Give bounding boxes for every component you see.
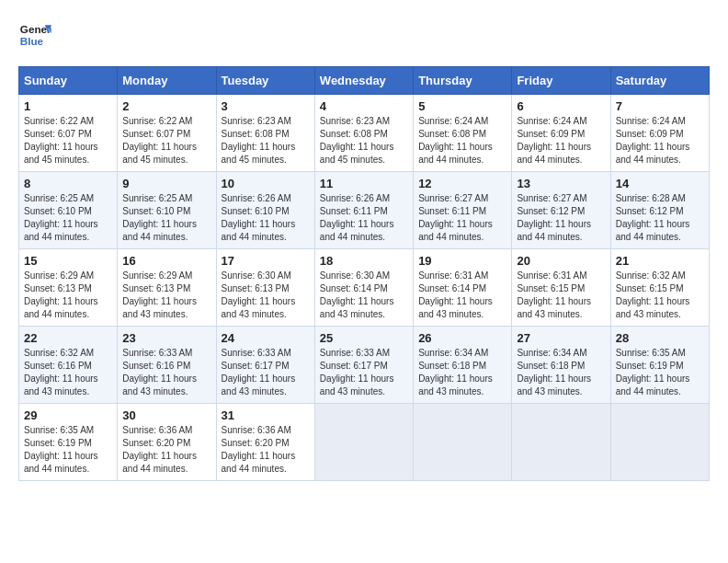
day-info: Sunrise: 6:26 AM Sunset: 6:11 PM Dayligh… [320, 192, 408, 244]
day-info: Sunrise: 6:27 AM Sunset: 6:11 PM Dayligh… [418, 192, 506, 244]
day-number: 23 [122, 331, 210, 345]
day-info: Sunrise: 6:34 AM Sunset: 6:18 PM Dayligh… [418, 347, 506, 398]
day-info: Sunrise: 6:24 AM Sunset: 6:09 PM Dayligh… [517, 115, 605, 167]
day-info: Sunrise: 6:22 AM Sunset: 6:07 PM Dayligh… [24, 115, 112, 167]
day-number: 14 [616, 177, 704, 190]
day-info: Sunrise: 6:22 AM Sunset: 6:07 PM Dayligh… [122, 115, 210, 167]
calendar-cell: 14Sunrise: 6:28 AM Sunset: 6:12 PM Dayli… [610, 172, 709, 249]
calendar-cell: 6Sunrise: 6:24 AM Sunset: 6:09 PM Daylig… [512, 95, 610, 172]
day-number: 28 [616, 331, 704, 345]
calendar-cell: 9Sunrise: 6:25 AM Sunset: 6:10 PM Daylig… [118, 172, 216, 249]
day-info: Sunrise: 6:34 AM Sunset: 6:18 PM Dayligh… [517, 347, 605, 398]
day-info: Sunrise: 6:29 AM Sunset: 6:13 PM Dayligh… [122, 270, 210, 321]
day-number: 26 [418, 331, 506, 345]
day-info: Sunrise: 6:31 AM Sunset: 6:15 PM Dayligh… [517, 270, 605, 321]
day-info: Sunrise: 6:26 AM Sunset: 6:10 PM Dayligh… [222, 192, 310, 244]
calendar-cell: 12Sunrise: 6:27 AM Sunset: 6:11 PM Dayli… [414, 172, 512, 249]
calendar-cell: 20Sunrise: 6:31 AM Sunset: 6:15 PM Dayli… [512, 249, 610, 327]
day-info: Sunrise: 6:29 AM Sunset: 6:13 PM Dayligh… [24, 270, 112, 321]
day-number: 30 [122, 408, 210, 422]
day-number: 31 [222, 408, 310, 422]
calendar-cell: 25Sunrise: 6:33 AM Sunset: 6:17 PM Dayli… [314, 327, 413, 404]
day-number: 22 [24, 331, 112, 345]
day-number: 24 [222, 331, 310, 345]
day-number: 6 [517, 99, 605, 113]
logo-icon: General Blue [18, 18, 51, 52]
calendar-cell [512, 404, 610, 481]
day-number: 4 [320, 99, 408, 113]
calendar-cell: 4Sunrise: 6:23 AM Sunset: 6:08 PM Daylig… [314, 95, 413, 172]
day-number: 12 [418, 177, 506, 190]
day-number: 19 [418, 254, 506, 268]
day-info: Sunrise: 6:32 AM Sunset: 6:15 PM Dayligh… [616, 270, 704, 321]
day-number: 7 [616, 99, 704, 113]
day-info: Sunrise: 6:36 AM Sunset: 6:20 PM Dayligh… [122, 424, 210, 476]
day-number: 17 [222, 254, 310, 268]
calendar-cell: 21Sunrise: 6:32 AM Sunset: 6:15 PM Dayli… [610, 249, 709, 327]
calendar-week-3: 15Sunrise: 6:29 AM Sunset: 6:13 PM Dayli… [19, 249, 710, 327]
day-info: Sunrise: 6:33 AM Sunset: 6:17 PM Dayligh… [320, 347, 408, 398]
day-info: Sunrise: 6:35 AM Sunset: 6:19 PM Dayligh… [24, 424, 112, 476]
day-number: 27 [517, 331, 605, 345]
calendar-cell: 7Sunrise: 6:24 AM Sunset: 6:09 PM Daylig… [610, 95, 709, 172]
calendar-week-4: 22Sunrise: 6:32 AM Sunset: 6:16 PM Dayli… [19, 327, 710, 404]
calendar-cell: 17Sunrise: 6:30 AM Sunset: 6:13 PM Dayli… [216, 249, 314, 327]
day-number: 20 [517, 254, 605, 268]
calendar-cell: 31Sunrise: 6:36 AM Sunset: 6:20 PM Dayli… [216, 404, 314, 481]
header-cell-friday: Friday [512, 67, 610, 95]
calendar-cell: 27Sunrise: 6:34 AM Sunset: 6:18 PM Dayli… [512, 327, 610, 404]
header-row: SundayMondayTuesdayWednesdayThursdayFrid… [19, 67, 710, 95]
calendar-cell: 24Sunrise: 6:33 AM Sunset: 6:17 PM Dayli… [216, 327, 314, 404]
day-number: 10 [222, 177, 310, 190]
calendar-cell: 28Sunrise: 6:35 AM Sunset: 6:19 PM Dayli… [610, 327, 709, 404]
calendar-cell: 16Sunrise: 6:29 AM Sunset: 6:13 PM Dayli… [118, 249, 216, 327]
day-info: Sunrise: 6:25 AM Sunset: 6:10 PM Dayligh… [24, 192, 112, 244]
header-cell-monday: Monday [118, 67, 216, 95]
day-info: Sunrise: 6:30 AM Sunset: 6:14 PM Dayligh… [320, 270, 408, 321]
day-info: Sunrise: 6:24 AM Sunset: 6:08 PM Dayligh… [418, 115, 506, 167]
header-cell-sunday: Sunday [19, 67, 118, 95]
day-info: Sunrise: 6:24 AM Sunset: 6:09 PM Dayligh… [616, 115, 704, 167]
calendar-cell: 29Sunrise: 6:35 AM Sunset: 6:19 PM Dayli… [19, 404, 118, 481]
day-number: 3 [222, 99, 310, 113]
day-info: Sunrise: 6:27 AM Sunset: 6:12 PM Dayligh… [517, 192, 605, 244]
day-number: 25 [320, 331, 408, 345]
day-info: Sunrise: 6:33 AM Sunset: 6:17 PM Dayligh… [222, 347, 310, 398]
day-number: 11 [320, 177, 408, 190]
day-info: Sunrise: 6:33 AM Sunset: 6:16 PM Dayligh… [122, 347, 210, 398]
day-number: 16 [122, 254, 210, 268]
header-cell-tuesday: Tuesday [216, 67, 314, 95]
calendar-cell: 2Sunrise: 6:22 AM Sunset: 6:07 PM Daylig… [118, 95, 216, 172]
day-number: 21 [616, 254, 704, 268]
calendar-cell [414, 404, 512, 481]
day-number: 18 [320, 254, 408, 268]
calendar-cell: 8Sunrise: 6:25 AM Sunset: 6:10 PM Daylig… [19, 172, 118, 249]
day-info: Sunrise: 6:23 AM Sunset: 6:08 PM Dayligh… [222, 115, 310, 167]
header-cell-wednesday: Wednesday [314, 67, 413, 95]
day-info: Sunrise: 6:23 AM Sunset: 6:08 PM Dayligh… [320, 115, 408, 167]
day-info: Sunrise: 6:30 AM Sunset: 6:13 PM Dayligh… [222, 270, 310, 321]
day-number: 9 [122, 177, 210, 190]
day-info: Sunrise: 6:28 AM Sunset: 6:12 PM Dayligh… [616, 192, 704, 244]
header-cell-saturday: Saturday [610, 67, 709, 95]
svg-text:Blue: Blue [20, 35, 44, 47]
calendar-cell: 1Sunrise: 6:22 AM Sunset: 6:07 PM Daylig… [19, 95, 118, 172]
day-number: 5 [418, 99, 506, 113]
page-header: General Blue [18, 18, 710, 52]
calendar-cell [610, 404, 709, 481]
calendar-cell: 18Sunrise: 6:30 AM Sunset: 6:14 PM Dayli… [314, 249, 413, 327]
day-number: 1 [24, 99, 112, 113]
day-number: 13 [517, 177, 605, 190]
calendar-cell: 13Sunrise: 6:27 AM Sunset: 6:12 PM Dayli… [512, 172, 610, 249]
day-number: 29 [24, 408, 112, 422]
calendar-cell: 15Sunrise: 6:29 AM Sunset: 6:13 PM Dayli… [19, 249, 118, 327]
day-number: 15 [24, 254, 112, 268]
header-cell-thursday: Thursday [414, 67, 512, 95]
calendar-cell: 30Sunrise: 6:36 AM Sunset: 6:20 PM Dayli… [118, 404, 216, 481]
day-info: Sunrise: 6:31 AM Sunset: 6:14 PM Dayligh… [418, 270, 506, 321]
calendar-cell [314, 404, 413, 481]
day-info: Sunrise: 6:25 AM Sunset: 6:10 PM Dayligh… [122, 192, 210, 244]
calendar-week-5: 29Sunrise: 6:35 AM Sunset: 6:19 PM Dayli… [19, 404, 710, 481]
calendar-cell: 19Sunrise: 6:31 AM Sunset: 6:14 PM Dayli… [414, 249, 512, 327]
calendar-cell: 10Sunrise: 6:26 AM Sunset: 6:10 PM Dayli… [216, 172, 314, 249]
